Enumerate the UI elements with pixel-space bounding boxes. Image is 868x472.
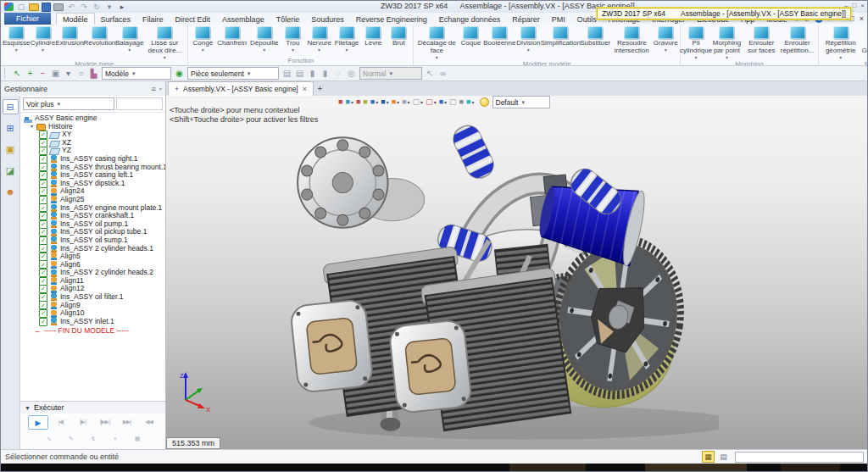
open-folder-icon[interactable] [29,3,39,11]
visibility-checkbox[interactable]: ✓ [39,130,47,139]
ribbon-button[interactable]: Substituer ▾ [580,25,610,47]
scope-select[interactable]: Pièce seulement ▾ [187,67,279,80]
menu-tab[interactable]: Reverse Engineering [350,13,433,25]
new-file-icon[interactable]: ▢ [16,3,26,12]
play-to-breakpoint-button[interactable]: |◀| [52,415,70,428]
save-state-button[interactable]: ▦ [128,432,147,445]
visibility-checkbox[interactable]: ✓ [39,220,47,229]
sort-list-icon[interactable]: ▤ [281,68,292,79]
ribbon-button[interactable]: Division ▾ [515,25,541,53]
play-button[interactable]: ▶ [28,415,48,430]
visibility-checkbox[interactable]: ✓ [39,277,47,286]
ribbon-button[interactable]: Booléenne ▾ [483,25,515,47]
tree-item[interactable]: ✓ Ins_ASSY 2 cylinder heads.1 [20,245,165,253]
image-capture-icon[interactable]: ■ [402,98,409,106]
pick-cursor-icon[interactable]: ↖ [425,68,436,79]
visibility-checkbox[interactable]: ✓ [39,244,47,253]
menu-tab[interactable]: Fichier [4,13,51,25]
ribbon-button[interactable]: Simplification ▾ [541,25,580,47]
visibility-checkbox[interactable]: ✓ [39,180,47,188]
tree-root-node[interactable]: ASSY Basic engine [20,114,165,123]
tree-item[interactable]: ✓ Ins_ASSY 2 cylinder heads.2 [20,269,165,277]
isolate-icon[interactable]: ◎ [346,68,357,79]
section-view-icon[interactable]: ■ [466,98,474,106]
tree-item[interactable]: ✓ Align11 [20,277,165,286]
fullscreen-icon[interactable]: ▢ [449,98,457,106]
erase-marker-icon[interactable]: ■ [356,98,360,106]
tree-item[interactable]: ✓ Align9 [20,302,165,310]
tree-filter-blank[interactable] [116,97,163,110]
print-icon[interactable] [53,3,64,11]
visibility-checkbox[interactable]: ✓ [39,260,47,269]
ribbon-button[interactable]: Lèvre ▾ [360,25,386,47]
menu-tab[interactable]: Réparer [506,13,546,25]
tree-item[interactable]: ✓ XY [20,130,165,139]
tree-history-node[interactable]: ▾ Histoire [20,123,165,131]
restore-icon[interactable]: □ [852,2,856,9]
rotate-view-icon[interactable]: ■ [392,98,399,106]
menu-tab[interactable]: PMI [546,13,571,25]
menu-tab[interactable]: Echange données [433,13,507,25]
tree-filter-select[interactable]: Voir plus ▾ [23,97,114,110]
visibility-checkbox[interactable]: ✓ [39,203,47,212]
visibility-checkbox[interactable]: ✓ [39,147,47,155]
window-zoom-icon[interactable]: ▢ [413,98,424,106]
ribbon-button[interactable]: Cylindre ▾ [31,25,56,53]
play-to-end-button[interactable]: ▶▶| [118,415,136,428]
ribbon-button[interactable]: Décalage de face ▾ [415,25,458,60]
menu-tab[interactable]: Filaire [136,13,170,25]
play-macro-icon[interactable]: ▸ [117,3,127,12]
filter-select[interactable]: Normal ▾ [359,67,422,80]
select-arrow-icon[interactable]: ↖ [12,68,23,79]
exit-environment-icon[interactable]: ■ [338,98,342,106]
ribbon-button[interactable]: Gravure ▾ [653,25,678,53]
step-play-button[interactable]: (▶) [74,415,92,428]
lasso-select-icon[interactable]: ○ [75,68,86,79]
shaded-display-icon[interactable]: ■ [370,98,378,106]
save-icon[interactable] [42,3,51,12]
multi-step-play-button[interactable]: (▶▶) [96,415,114,428]
ribbon-button[interactable]: Trou ▾ [280,25,305,53]
redo-icon[interactable]: ↷ [79,3,89,12]
prompt-history-icon[interactable]: ▦ [702,451,715,463]
menu-tab[interactable]: Soudures [305,13,350,25]
ribbon-button[interactable]: Enrouler répétition... ▾ [778,25,815,55]
ribbon-button[interactable]: Dépouille ▾ [248,25,280,53]
close-icon[interactable]: × [860,14,864,23]
delete-button[interactable]: × [106,432,125,445]
ribbon-button[interactable]: Révolution ▾ [84,25,115,47]
menu-tab[interactable]: Surfaces [95,13,137,25]
visibility-checkbox[interactable]: ✓ [39,171,47,180]
app-logo[interactable] [4,3,14,11]
visibility-checkbox[interactable]: ✓ [39,301,47,309]
orientation-triad[interactable]: Z X [175,369,214,412]
light-bulb-icon[interactable] [480,97,489,107]
ribbon-button[interactable]: Resoudre intersection ▾ [610,25,653,55]
layer-manager-icon[interactable]: ▣ [3,142,19,157]
visibility-checkbox[interactable]: ✓ [39,293,47,302]
column-display-alt-icon[interactable]: ▮ [320,68,331,79]
remove-selection-icon[interactable]: − [37,68,48,79]
tree-item[interactable]: ✓ Ins_ASSY dipstick.1 [20,180,165,188]
visibility-checkbox[interactable]: ✓ [39,212,47,220]
visual-manager-icon[interactable]: ◪ [3,163,19,178]
tree-item[interactable]: ✓ Align24 [20,187,165,196]
ribbon-button[interactable]: Esquisse ▾ [3,25,31,53]
auto-regen-globe-icon[interactable]: ◉ [174,68,185,79]
ribbon-button[interactable]: Brut ▾ [386,25,411,47]
ribbon-button[interactable]: Morphing par point ▾ [709,25,744,60]
selection-chart-icon[interactable]: ▙ [88,68,99,79]
visibility-checkbox[interactable]: ✓ [39,253,47,261]
visibility-checkbox[interactable]: ✓ [39,155,47,164]
curve-tool-button[interactable]: ∿ [40,432,58,445]
viewport-canvas[interactable]: ■ ■ ■ ■ ■ ■ ■ ■ [166,96,867,449]
rewind-button[interactable]: ◀◀ [140,415,159,428]
ghost-display-icon[interactable]: ◌ [332,68,343,79]
ribbon-button[interactable]: Congé ▾ [190,25,215,53]
ribbon-button[interactable]: Coque ▾ [458,25,483,47]
ribbon-button[interactable]: Enrouler sur faces ▾ [744,25,778,55]
ribbon-button[interactable]: Pli cylindrique ▾ [682,25,709,60]
tab-close-icon[interactable]: × [303,85,307,93]
display-style-select[interactable]: Default ▾ [492,96,550,108]
visibility-checkbox[interactable]: ✓ [39,318,47,326]
